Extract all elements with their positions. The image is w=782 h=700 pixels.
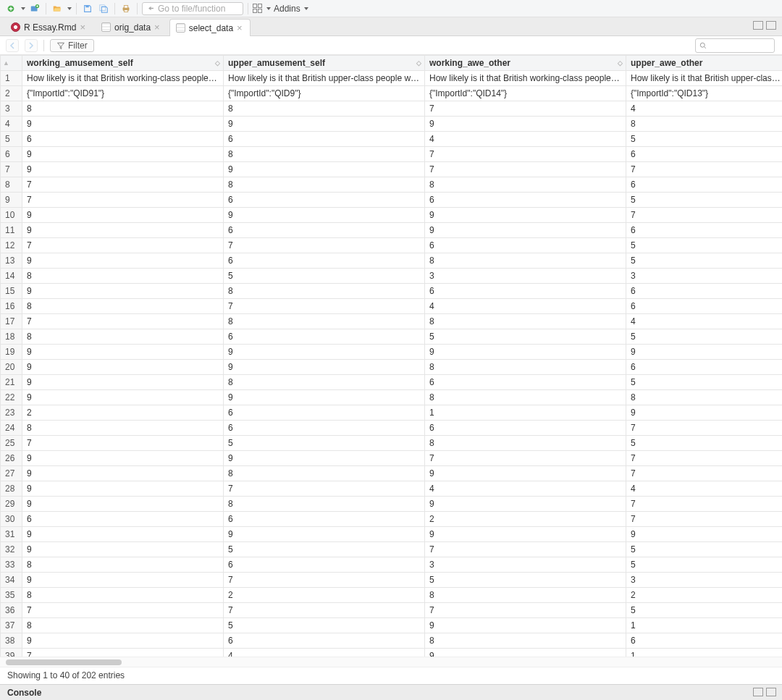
cell[interactable]: 1 xyxy=(626,649,783,657)
cell[interactable]: 9 xyxy=(22,633,224,649)
cell[interactable]: 2 xyxy=(425,512,626,527)
column-header-working_amusement_self[interactable]: working_amusement_self◇ xyxy=(22,56,224,71)
table-row[interactable]: 319999 xyxy=(1,527,783,542)
table-row[interactable]: 257585 xyxy=(1,436,783,451)
close-tab-icon[interactable]: × xyxy=(80,22,85,32)
table-row[interactable]: 139685 xyxy=(1,253,783,269)
open-file-button[interactable] xyxy=(51,2,64,15)
cell[interactable]: 8 xyxy=(425,390,626,405)
table-row[interactable]: 306627 xyxy=(1,512,783,527)
table-row[interactable]: 389686 xyxy=(1,633,783,649)
cell[interactable]: 7 xyxy=(626,162,783,177)
cell[interactable]: 2 xyxy=(626,588,783,603)
new-project-button[interactable] xyxy=(28,2,41,15)
table-row[interactable]: 219865 xyxy=(1,375,783,390)
cell[interactable]: 2 xyxy=(224,588,425,603)
cell[interactable]: 8 xyxy=(425,633,626,649)
cell[interactable]: 6 xyxy=(425,421,626,436)
cell[interactable]: 6 xyxy=(224,405,425,421)
cell[interactable]: 6 xyxy=(224,633,425,649)
goto-file-function[interactable]: Go to file/function xyxy=(142,2,243,15)
cell[interactable]: 1 xyxy=(425,405,626,421)
minimize-pane-icon[interactable] xyxy=(753,688,763,696)
cell[interactable]: 9 xyxy=(425,466,626,481)
table-row[interactable]: 289744 xyxy=(1,481,783,497)
cell[interactable]: 5 xyxy=(626,603,783,618)
workspace-panes-button[interactable] xyxy=(253,4,263,14)
cell[interactable]: How likely is it that British upper-clas… xyxy=(626,71,783,86)
tab-select-data[interactable]: select_data× xyxy=(169,19,251,36)
table-row[interactable]: 168746 xyxy=(1,299,783,314)
cell[interactable]: 9 xyxy=(22,223,224,238)
minimize-pane-icon[interactable] xyxy=(753,21,763,30)
table-row[interactable]: 209986 xyxy=(1,360,783,375)
cell[interactable]: 7 xyxy=(425,451,626,466)
cell[interactable]: 9 xyxy=(22,527,224,542)
cell[interactable]: 7 xyxy=(224,573,425,588)
cell[interactable]: 8 xyxy=(425,436,626,451)
cell[interactable]: 4 xyxy=(626,314,783,329)
cell[interactable]: 3 xyxy=(626,269,783,284)
cell[interactable]: 9 xyxy=(626,345,783,360)
cell[interactable]: 8 xyxy=(425,360,626,375)
cell[interactable]: 7 xyxy=(22,238,224,253)
cell[interactable]: 9 xyxy=(22,360,224,375)
search-input[interactable] xyxy=(695,38,775,53)
cell[interactable]: 6 xyxy=(224,193,425,208)
cell[interactable]: 8 xyxy=(22,299,224,314)
cell[interactable]: 9 xyxy=(224,208,425,223)
cell[interactable]: 3 xyxy=(425,557,626,573)
cell[interactable]: 9 xyxy=(425,618,626,633)
cell[interactable]: 9 xyxy=(425,117,626,132)
cell[interactable]: 7 xyxy=(224,481,425,497)
cell[interactable]: 9 xyxy=(224,390,425,405)
cell[interactable]: 8 xyxy=(22,329,224,345)
save-button[interactable] xyxy=(81,2,94,15)
cell[interactable]: 8 xyxy=(22,588,224,603)
console-pane-header[interactable]: Console xyxy=(0,684,782,700)
cell[interactable]: 5 xyxy=(626,193,783,208)
table-row[interactable]: 269977 xyxy=(1,451,783,466)
cell[interactable]: 8 xyxy=(224,177,425,193)
table-row[interactable]: 159866 xyxy=(1,284,783,299)
cell[interactable]: 8 xyxy=(22,269,224,284)
cell[interactable]: 7 xyxy=(22,603,224,618)
cell[interactable]: 6 xyxy=(626,223,783,238)
cell[interactable]: 9 xyxy=(626,405,783,421)
panes-dropdown[interactable] xyxy=(266,7,271,10)
cell[interactable]: {"ImportId":"QID13"} xyxy=(626,86,783,101)
cell[interactable]: 5 xyxy=(224,542,425,557)
cell[interactable]: 7 xyxy=(224,603,425,618)
cell[interactable]: 7 xyxy=(626,421,783,436)
cell[interactable]: 5 xyxy=(224,269,425,284)
cell[interactable]: 9 xyxy=(22,466,224,481)
cell[interactable]: 4 xyxy=(425,299,626,314)
cell[interactable]: 6 xyxy=(626,284,783,299)
cell[interactable]: 5 xyxy=(626,329,783,345)
cell[interactable]: 6 xyxy=(224,223,425,238)
cell[interactable]: 5 xyxy=(425,573,626,588)
table-row[interactable]: 87886 xyxy=(1,177,783,193)
cell[interactable]: 5 xyxy=(626,375,783,390)
cell[interactable]: 2 xyxy=(22,405,224,421)
cell[interactable]: 1 xyxy=(626,618,783,633)
cell[interactable]: 9 xyxy=(425,345,626,360)
cell[interactable]: 9 xyxy=(224,527,425,542)
table-row[interactable]: 378591 xyxy=(1,618,783,633)
table-row[interactable]: 188655 xyxy=(1,329,783,345)
cell[interactable]: 6 xyxy=(425,238,626,253)
new-file-dropdown[interactable] xyxy=(21,7,25,10)
cell[interactable]: 6 xyxy=(626,177,783,193)
cell[interactable]: 9 xyxy=(425,497,626,512)
cell[interactable]: 3 xyxy=(626,573,783,588)
cell[interactable]: 7 xyxy=(425,603,626,618)
column-header-working_awe_other[interactable]: working_awe_other◇ xyxy=(425,56,626,71)
cell[interactable]: 8 xyxy=(626,117,783,132)
cell[interactable]: 5 xyxy=(425,329,626,345)
cell[interactable]: How likely is it that British upper-clas… xyxy=(224,71,425,86)
table-row[interactable]: 119696 xyxy=(1,223,783,238)
cell[interactable]: 4 xyxy=(224,649,425,657)
cell[interactable]: 7 xyxy=(425,162,626,177)
table-row[interactable]: 127765 xyxy=(1,238,783,253)
cell[interactable]: 7 xyxy=(425,542,626,557)
